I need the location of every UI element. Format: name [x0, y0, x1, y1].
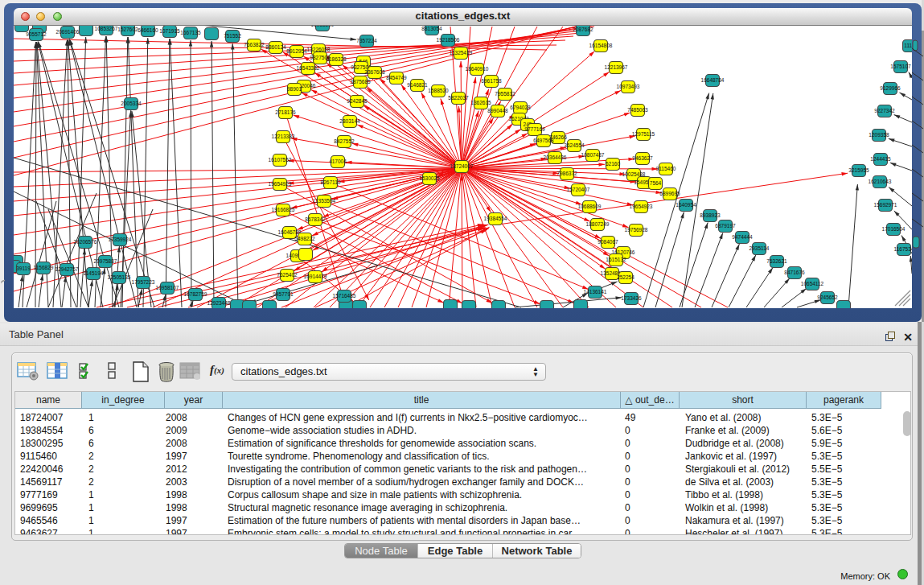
svg-text:17016504: 17016504 — [882, 226, 906, 232]
svg-text:15692971: 15692971 — [874, 202, 897, 208]
svg-text:1588520: 1588520 — [428, 88, 449, 93]
svg-text:62160: 62160 — [606, 161, 620, 167]
svg-text:8471676: 8471676 — [784, 270, 805, 275]
svg-text:20364436: 20364436 — [544, 154, 567, 160]
svg-text:1615132: 1615132 — [606, 257, 626, 262]
svg-text:1145194: 1145194 — [84, 270, 104, 276]
svg-text:8454749: 8454749 — [386, 75, 407, 80]
svg-text:8678342: 8678342 — [305, 216, 326, 222]
svg-text:16543382: 16543382 — [297, 65, 320, 71]
svg-text:1362615: 1362615 — [470, 100, 491, 105]
svg-text:9245652: 9245652 — [817, 295, 838, 300]
svg-text:8938923: 8938923 — [700, 212, 721, 218]
svg-text:16033809: 16033809 — [311, 26, 335, 27]
svg-text:8990448: 8990448 — [487, 108, 508, 113]
svg-text:2005334: 2005334 — [121, 101, 142, 106]
svg-text:9146821: 9146821 — [407, 82, 428, 88]
svg-text:7986372: 7986372 — [556, 171, 577, 176]
svg-text:18724007: 18724007 — [450, 163, 474, 169]
svg-text:6497568: 6497568 — [533, 138, 554, 143]
svg-text:7955812: 7955812 — [495, 91, 515, 97]
svg-text:11353594: 11353594 — [313, 198, 336, 204]
svg-text:1527602: 1527602 — [117, 27, 138, 32]
svg-text:8186328: 8186328 — [326, 56, 347, 62]
svg-text:8813054: 8813054 — [421, 26, 442, 31]
svg-text:3624554: 3624554 — [564, 142, 585, 148]
svg-text:16154808: 16154808 — [589, 43, 613, 48]
svg-text:7357224: 7357224 — [356, 38, 377, 43]
svg-text:9463627: 9463627 — [632, 155, 653, 161]
svg-text:12923448: 12923448 — [207, 300, 231, 306]
svg-text:19218506: 19218506 — [437, 37, 460, 43]
svg-text:19384554: 19384554 — [484, 216, 507, 221]
svg-text:18640910: 18640910 — [466, 66, 489, 72]
svg-text:8267110: 8267110 — [321, 179, 341, 185]
svg-text:15716485: 15716485 — [333, 293, 356, 299]
svg-text:12213967: 12213967 — [605, 64, 628, 70]
svg-text:39119: 39119 — [16, 266, 31, 271]
svg-text:12975115: 12975115 — [632, 131, 655, 137]
svg-text:6879197: 6879197 — [715, 223, 736, 229]
svg-text:10853267: 10853267 — [95, 26, 118, 31]
svg-text:20691406: 20691406 — [56, 29, 80, 35]
svg-text:7485063: 7485063 — [627, 107, 648, 113]
svg-text:9457791: 9457791 — [273, 291, 294, 297]
svg-text:18807249: 18807249 — [586, 221, 610, 227]
svg-text:19654923: 19654923 — [269, 181, 292, 187]
svg-text:9055712: 9055712 — [26, 31, 47, 37]
svg-text:19654923: 19654923 — [630, 204, 653, 209]
svg-text:6899695: 6899695 — [659, 191, 680, 196]
svg-text:16782759: 16782759 — [184, 291, 207, 297]
svg-text:9115460: 9115460 — [656, 166, 676, 171]
svg-text:9084067: 9084067 — [598, 239, 618, 245]
svg-text:3215955: 3215955 — [848, 167, 869, 173]
svg-text:10807487: 10807487 — [581, 152, 605, 158]
svg-text:3875685: 3875685 — [350, 79, 371, 84]
svg-text:20975887: 20975887 — [94, 258, 117, 264]
svg-text:9242848: 9242848 — [347, 98, 368, 104]
svg-text:417004: 417004 — [329, 159, 347, 164]
svg-text:751552: 751552 — [224, 33, 241, 39]
svg-text:5822037: 5822037 — [448, 95, 469, 101]
svg-text:9777169: 9777169 — [524, 126, 545, 132]
svg-text:9474444: 9474444 — [732, 234, 753, 240]
svg-text:9129966: 9129966 — [880, 85, 901, 91]
svg-text:9227342: 9227342 — [874, 108, 895, 113]
svg-text:12505135: 12505135 — [108, 274, 131, 280]
svg-text:2367608: 2367608 — [364, 69, 385, 75]
svg-text:17359924: 17359924 — [109, 237, 132, 242]
svg-text:19166825: 19166825 — [272, 207, 295, 212]
svg-text:6794028: 6794028 — [510, 105, 531, 110]
svg-text:98901: 98901 — [287, 86, 302, 92]
svg-text:1244415: 1244415 — [870, 156, 891, 162]
svg-text:6466160: 6466160 — [138, 27, 158, 33]
svg-text:1640954: 1640954 — [676, 202, 696, 208]
svg-text:20206576: 20206576 — [74, 239, 97, 245]
svg-text:8860124: 8860124 — [265, 44, 286, 50]
svg-text:1530025: 1530025 — [419, 175, 440, 181]
svg-text:1667135: 1667135 — [180, 30, 201, 35]
svg-text:2718176: 2718176 — [275, 109, 296, 115]
svg-text:2803144: 2803144 — [339, 118, 360, 124]
svg-text:1575107: 1575107 — [890, 64, 911, 69]
svg-text:12213383: 12213383 — [272, 134, 295, 139]
svg-text:1733426: 1733426 — [621, 295, 642, 301]
svg-text:16107552: 16107552 — [269, 157, 292, 163]
svg-text:1209358: 1209358 — [869, 132, 889, 138]
svg-text:5498222: 5498222 — [294, 236, 315, 241]
svg-text:2087682: 2087682 — [573, 27, 593, 32]
svg-text:1071915: 1071915 — [159, 28, 180, 34]
svg-text:19756928: 19756928 — [625, 227, 648, 233]
svg-text:1167534: 1167534 — [894, 246, 912, 252]
svg-text:10973493: 10973493 — [617, 84, 640, 89]
svg-text:17957223: 17957223 — [132, 279, 155, 285]
svg-text:1156829: 1156829 — [34, 265, 54, 270]
svg-text:252254: 252254 — [617, 274, 634, 280]
svg-text:15720407: 15720407 — [567, 187, 590, 192]
svg-text:7663822: 7663822 — [244, 42, 265, 47]
svg-text:16210643: 16210643 — [869, 179, 892, 184]
svg-text:2935114: 2935114 — [749, 245, 770, 251]
svg-text:12942757: 12942757 — [55, 266, 79, 272]
svg-text:16046788: 16046788 — [278, 229, 302, 235]
svg-text:7632621: 7632621 — [766, 258, 787, 264]
